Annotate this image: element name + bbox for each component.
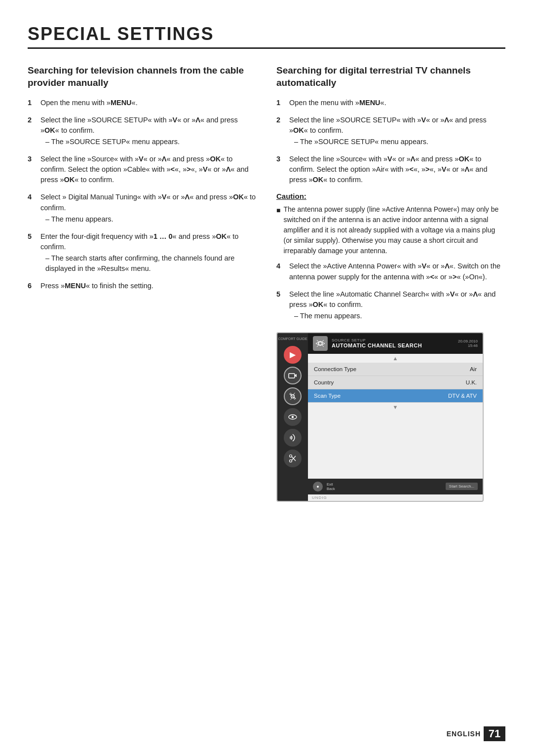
tv-sidebar-icon-audio xyxy=(284,429,302,447)
svg-point-6 xyxy=(292,416,294,418)
tv-row-connection-value: Air xyxy=(470,366,477,372)
left-step-3: 3 Select the line »Source« with »V« or »… xyxy=(28,154,257,185)
tv-sidebar-icon-play: ▶ xyxy=(284,346,302,364)
tv-date-value: 20.09.2010 xyxy=(458,339,478,343)
right-column: Searching for digital terrestrial TV cha… xyxy=(276,65,505,502)
left-step-3-content: Select the line »Source« with »V« or »Λ«… xyxy=(40,154,257,185)
tv-sidebar-label: COMFORT GUIDE xyxy=(278,337,307,341)
right-step-4-num: 4 xyxy=(276,261,284,282)
tv-footer: ● Exit Back Start Search... xyxy=(308,479,483,494)
tv-sidebar-icon-scissors xyxy=(284,450,302,467)
left-step-6-content: Press »MENU« to finish the setting. xyxy=(40,281,257,291)
tv-footer-back-label: Back xyxy=(327,487,335,491)
left-step-2: 2 Select the line »SOURCE SETUP« with »V… xyxy=(28,115,257,147)
tv-header-title: AUTOMATIC CHANNEL SEARCH xyxy=(332,342,422,348)
tv-header-left: SOURCE SETUP AUTOMATIC CHANNEL SEARCH xyxy=(313,336,422,351)
left-step-5-num: 5 xyxy=(28,231,36,274)
tv-scroll-up-icon: ▲ xyxy=(308,354,483,363)
left-step-1-content: Open the menu with »MENU«. xyxy=(40,98,257,108)
left-section-heading: Searching for television channels from t… xyxy=(28,65,257,89)
left-steps-list: 1 Open the menu with »MENU«. 2 Select th… xyxy=(28,98,257,291)
left-step-1-num: 1 xyxy=(28,98,36,108)
content-columns: Searching for television channels from t… xyxy=(28,65,505,502)
tv-brand-label: undig xyxy=(308,494,483,501)
svg-line-11 xyxy=(292,456,296,460)
tv-time-value: 15:46 xyxy=(458,343,478,348)
tv-scroll-down-icon: ▼ xyxy=(308,403,483,412)
right-step-1: 1 Open the menu with »MENU«. xyxy=(276,98,505,108)
footer-language: ENGLISH xyxy=(447,730,481,738)
right-step-1-content: Open the menu with »MENU«. xyxy=(289,98,505,108)
right-section-heading: Searching for digital terrestrial TV cha… xyxy=(276,65,505,89)
tv-footer-left: ● Exit Back xyxy=(313,482,335,491)
left-step-2-content: Select the line »SOURCE SETUP« with »V« … xyxy=(40,115,257,147)
left-step-6-num: 6 xyxy=(28,281,36,291)
tv-sidebar-icon-eye xyxy=(284,408,302,426)
tv-footer-labels: Exit Back xyxy=(327,482,335,491)
tv-footer-start-btn[interactable]: Start Search... xyxy=(446,483,478,490)
left-step-1: 1 Open the menu with »MENU«. xyxy=(28,98,257,108)
footer-page-number: 71 xyxy=(484,726,505,741)
svg-point-7 xyxy=(290,436,292,439)
left-column: Searching for television channels from t… xyxy=(28,65,257,298)
caution-title: Caution: xyxy=(276,192,505,200)
left-step-4-num: 4 xyxy=(28,192,36,224)
left-step-3-num: 3 xyxy=(28,154,36,185)
right-step-2: 2 Select the line »SOURCE SETUP« with »V… xyxy=(276,115,505,147)
right-step-5-content: Select the line »Automatic Channel Searc… xyxy=(289,289,505,321)
right-step-4-content: Select the »Active Antenna Power« with »… xyxy=(289,261,505,282)
tv-header: SOURCE SETUP AUTOMATIC CHANNEL SEARCH 20… xyxy=(308,333,483,354)
tv-sidebar: COMFORT GUIDE ▶ xyxy=(277,333,308,501)
svg-line-4 xyxy=(294,397,296,399)
caution-body: ■ The antenna power supply (line »Active… xyxy=(276,204,505,256)
left-step-5: 5 Enter the four-digit frequency with »1… xyxy=(28,231,257,274)
svg-point-9 xyxy=(290,459,292,462)
tv-sidebar-icon-camera xyxy=(284,367,302,384)
page-footer: ENGLISH 71 xyxy=(447,726,505,741)
left-step-4: 4 Select » Digital Manual Tuning« with »… xyxy=(28,192,257,224)
right-step-3: 3 Select the line »Source« with »V« or »… xyxy=(276,154,505,185)
caution-bullet-1: ■ The antenna power supply (line »Active… xyxy=(276,204,505,256)
svg-line-10 xyxy=(292,456,296,461)
tv-menu-row-connection: Connection Type Air xyxy=(308,363,483,376)
tv-footer-ok-btn: ● xyxy=(313,482,323,491)
right-step-5: 5 Select the line »Automatic Channel Sea… xyxy=(276,289,505,321)
tv-row-country-value: U.K. xyxy=(466,379,477,385)
svg-point-8 xyxy=(290,454,292,457)
tv-main-area: SOURCE SETUP AUTOMATIC CHANNEL SEARCH 20… xyxy=(308,333,483,501)
tv-ui-container: COMFORT GUIDE ▶ xyxy=(276,332,484,502)
right-step-3-num: 3 xyxy=(276,154,284,185)
tv-header-subtitle: SOURCE SETUP xyxy=(332,338,422,342)
left-step-2-num: 2 xyxy=(28,115,36,147)
tv-menu-row-scan: Scan Type DTV & ATV xyxy=(308,389,483,403)
tv-row-scan-value: DTV & ATV xyxy=(448,393,477,399)
tv-row-scan-label: Scan Type xyxy=(314,393,341,399)
left-step-6: 6 Press »MENU« to finish the setting. xyxy=(28,281,257,291)
right-step-2-content: Select the line »SOURCE SETUP« with »V« … xyxy=(289,115,505,147)
tv-header-date: 20.09.2010 15:46 xyxy=(458,339,478,348)
right-step-3-content: Select the line »Source« with »V« or »Λ«… xyxy=(289,154,505,185)
bullet-mark-icon: ■ xyxy=(276,205,280,256)
right-steps-list: 1 Open the menu with »MENU«. 2 Select th… xyxy=(276,98,505,185)
tv-row-country-label: Country xyxy=(314,379,334,385)
right-steps-continued: 4 Select the »Active Antenna Power« with… xyxy=(276,261,505,321)
caution-bullet-1-text: The antenna power supply (line »Active A… xyxy=(283,204,505,256)
svg-rect-0 xyxy=(289,374,295,378)
page-title: SPECIAL SETTINGS xyxy=(28,24,505,49)
page-container: SPECIAL SETTINGS Searching for televisio… xyxy=(0,0,533,531)
tv-ui-inner: COMFORT GUIDE ▶ xyxy=(277,333,483,501)
right-step-2-num: 2 xyxy=(276,115,284,147)
tv-footer-start-label: Start Search... xyxy=(449,484,474,489)
tv-sidebar-icon-satellite xyxy=(284,387,302,405)
left-step-4-content: Select » Digital Manual Tuning« with »V«… xyxy=(40,192,257,224)
right-step-4: 4 Select the »Active Antenna Power« with… xyxy=(276,261,505,282)
tv-header-icon xyxy=(313,336,328,351)
right-step-1-num: 1 xyxy=(276,98,284,108)
tv-menu-row-country: Country U.K. xyxy=(308,376,483,389)
left-step-5-content: Enter the four-digit frequency with »1 …… xyxy=(40,231,257,274)
right-step-5-num: 5 xyxy=(276,289,284,321)
svg-line-3 xyxy=(290,394,292,396)
tv-row-connection-label: Connection Type xyxy=(314,366,356,372)
tv-header-titles: SOURCE SETUP AUTOMATIC CHANNEL SEARCH xyxy=(332,338,422,348)
tv-footer-exit-label: Exit xyxy=(327,482,335,487)
